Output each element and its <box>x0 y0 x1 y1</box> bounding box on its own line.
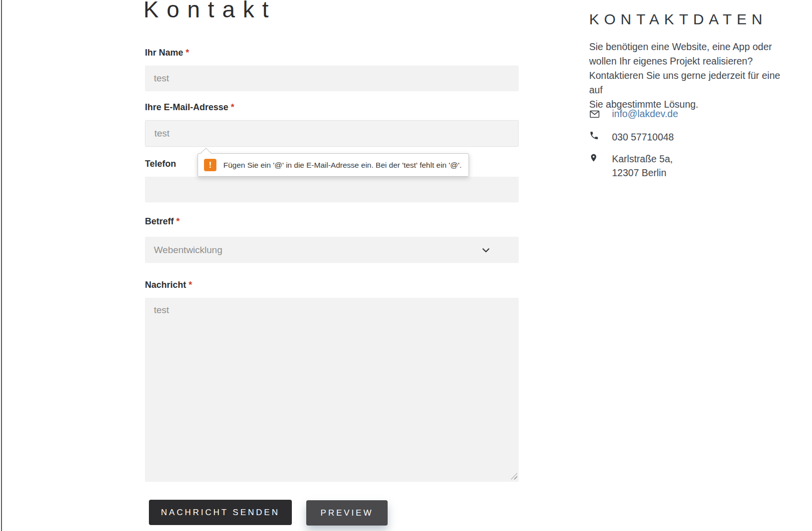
contact-data-section: KONTAKTDATEN Sie benötigen eine Website,… <box>589 11 793 219</box>
phone-number: 030 57710048 <box>612 130 674 144</box>
email-link[interactable]: info@lakdev.de <box>612 108 678 120</box>
phone-icon <box>589 130 600 142</box>
subject-label: Betreff* <box>145 216 180 227</box>
location-pin-icon <box>589 152 600 165</box>
chevron-down-icon <box>481 245 491 258</box>
message-label: Nachricht* <box>145 280 192 290</box>
contact-intro-text: Sie benötigen eine Website, eine App ode… <box>589 40 793 112</box>
contact-page: Kontakt Ihr Name* Ihre E-Mail-Adresse* !… <box>0 0 812 531</box>
email-label: Ihre E-Mail-Adresse* <box>145 102 234 113</box>
page-title: Kontakt <box>143 0 276 23</box>
preview-button[interactable]: PREVIEW <box>306 500 388 526</box>
contact-row-address: Karlstraße 5a, 12307 Berlin <box>589 152 673 180</box>
contact-row-email: info@lakdev.de <box>589 108 678 122</box>
envelope-icon <box>589 108 600 122</box>
address-text: Karlstraße 5a, 12307 Berlin <box>612 152 673 180</box>
message-textarea[interactable]: test <box>145 298 519 482</box>
contact-row-phone: 030 57710048 <box>589 130 674 144</box>
exclamation-icon: ! <box>204 159 216 171</box>
contact-data-title: KONTAKTDATEN <box>589 11 767 28</box>
contact-form: Kontakt Ihr Name* Ihre E-Mail-Adresse* !… <box>145 0 519 531</box>
phone-label: Telefon <box>145 159 176 169</box>
email-input[interactable] <box>145 120 519 147</box>
subject-selected-value: Webentwicklung <box>154 245 222 256</box>
send-message-button[interactable]: NACHRICHT SENDEN <box>149 500 292 525</box>
name-input[interactable] <box>145 66 519 91</box>
required-marker: * <box>186 48 189 58</box>
name-label: Ihr Name* <box>145 48 189 58</box>
phone-input[interactable] <box>145 177 519 202</box>
required-marker: * <box>189 280 192 290</box>
required-marker: * <box>176 216 180 226</box>
tooltip-arrow <box>201 148 212 159</box>
window-edge <box>1 0 2 531</box>
email-validation-tooltip: ! Fügen Sie ein '@' in die E-Mail-Adress… <box>198 153 469 177</box>
validation-message: Fügen Sie ein '@' in die E-Mail-Adresse … <box>223 161 462 170</box>
required-marker: * <box>231 102 234 112</box>
subject-select[interactable]: Webentwicklung <box>145 237 519 263</box>
message-field-wrap: test <box>145 298 519 482</box>
